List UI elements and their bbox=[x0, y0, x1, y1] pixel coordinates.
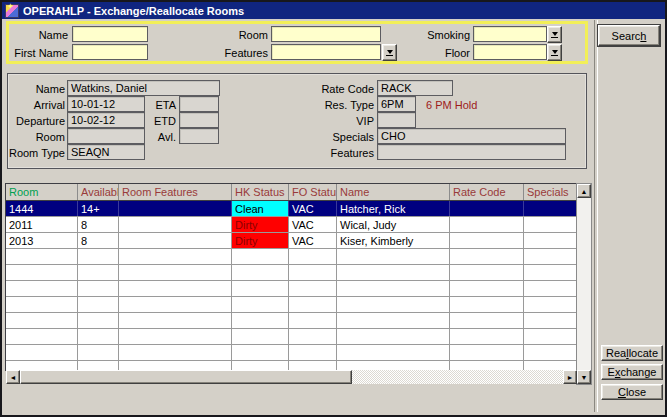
cell-empty bbox=[6, 361, 78, 370]
info-rate-code-label: Rate Code bbox=[300, 83, 374, 96]
column-header-hk_status[interactable]: HK Status bbox=[232, 184, 289, 200]
info-etd-value[interactable] bbox=[179, 112, 219, 128]
cell-empty bbox=[78, 313, 119, 328]
info-features-label: Features bbox=[300, 147, 374, 160]
info-eta-value[interactable] bbox=[179, 96, 219, 112]
cell-empty bbox=[232, 345, 289, 360]
info-departure-value[interactable] bbox=[67, 112, 145, 128]
column-header-room_features[interactable]: Room Features bbox=[119, 184, 232, 200]
dropdown-bar-icon bbox=[386, 55, 393, 56]
cell-empty bbox=[337, 297, 450, 312]
cell-empty bbox=[450, 297, 524, 312]
cell-empty bbox=[289, 313, 337, 328]
info-avl-label: Avl. bbox=[148, 131, 176, 144]
cell-empty bbox=[524, 281, 577, 296]
cell-room: 1444 bbox=[6, 201, 78, 216]
info-room-value[interactable] bbox=[67, 128, 145, 144]
cell-room: 2011 bbox=[6, 217, 78, 232]
cell-empty bbox=[6, 281, 78, 296]
res-type-hold-note: 6 PM Hold bbox=[426, 99, 477, 111]
rooms-table[interactable]: RoomAvailableRoom FeaturesHK StatusFO St… bbox=[6, 184, 577, 370]
column-header-specials[interactable]: Specials bbox=[524, 184, 577, 200]
cell-empty bbox=[78, 281, 119, 296]
info-name-value[interactable] bbox=[67, 80, 220, 96]
search-button[interactable]: Search bbox=[598, 25, 660, 46]
info-arrival-value[interactable] bbox=[67, 96, 145, 112]
cell-empty bbox=[119, 329, 232, 344]
cell-empty bbox=[524, 329, 577, 344]
info-avl-value[interactable] bbox=[179, 128, 219, 144]
scroll-right-button[interactable]: ► bbox=[563, 370, 577, 384]
cell-empty bbox=[232, 249, 289, 264]
info-specials-value[interactable] bbox=[377, 128, 566, 144]
info-room-label: Room bbox=[8, 131, 65, 144]
cell-empty bbox=[78, 249, 119, 264]
cell-room_features bbox=[119, 217, 232, 232]
info-features-value[interactable] bbox=[377, 144, 566, 160]
cell-empty bbox=[289, 345, 337, 360]
exchange-reallocate-rooms-window: OPERAHLP - Exchange/Reallocate Rooms Nam… bbox=[0, 0, 667, 417]
cell-empty bbox=[232, 297, 289, 312]
column-header-rate_code[interactable]: Rate Code bbox=[450, 184, 524, 200]
table-row-empty bbox=[6, 297, 577, 313]
smoking-dropdown-button[interactable] bbox=[547, 26, 562, 43]
search-name-input[interactable] bbox=[72, 26, 148, 42]
cell-rate_code bbox=[450, 217, 524, 232]
cell-empty bbox=[78, 297, 119, 312]
exchange-button[interactable]: Exchange bbox=[601, 364, 663, 380]
info-room-type-value[interactable] bbox=[67, 144, 145, 160]
column-header-name[interactable]: Name bbox=[337, 184, 450, 200]
floor-dropdown-button[interactable] bbox=[547, 44, 562, 61]
info-res-type-label: Res. Type bbox=[300, 99, 374, 112]
table-horizontal-scrollbar[interactable]: ◄ ► bbox=[6, 370, 577, 384]
table-vertical-scrollbar[interactable]: ▲ ▼ bbox=[577, 184, 591, 384]
cell-empty bbox=[524, 313, 577, 328]
scroll-left-button[interactable]: ◄ bbox=[6, 370, 20, 384]
info-rate-code-value[interactable] bbox=[377, 80, 453, 96]
search-first-name-label: First Name bbox=[8, 47, 68, 60]
reallocate-button[interactable]: Reallocate bbox=[601, 345, 663, 361]
search-room-input[interactable] bbox=[271, 26, 381, 42]
cell-empty bbox=[289, 297, 337, 312]
search-smoking-input[interactable] bbox=[473, 26, 547, 42]
cell-fo_status: VAC bbox=[289, 217, 337, 232]
close-button[interactable]: Close bbox=[601, 384, 663, 400]
column-header-fo_status[interactable]: FO Status bbox=[289, 184, 337, 200]
cell-hk_status: Dirty bbox=[232, 217, 289, 232]
column-header-room[interactable]: Room bbox=[6, 184, 78, 200]
right-panel-divider bbox=[594, 20, 598, 412]
scroll-up-button[interactable]: ▲ bbox=[577, 184, 591, 198]
cell-name: Wical, Judy bbox=[337, 217, 450, 232]
table-row-room-2011[interactable]: 20118DirtyVACWical, Judy bbox=[6, 217, 577, 233]
cell-hk_status: Dirty bbox=[232, 233, 289, 248]
scroll-down-button[interactable]: ▼ bbox=[577, 370, 591, 384]
info-res-type-value[interactable] bbox=[377, 96, 416, 112]
info-arrival-label: Arrival bbox=[8, 99, 65, 112]
chevron-down-icon bbox=[387, 50, 393, 54]
cell-empty bbox=[289, 361, 337, 370]
cell-empty bbox=[119, 361, 232, 370]
table-row-room-2013[interactable]: 20138DirtyVACKiser, Kimberly bbox=[6, 233, 577, 249]
info-vip-label: VIP bbox=[300, 115, 374, 128]
chevron-down-icon bbox=[552, 32, 558, 36]
search-first-name-input[interactable] bbox=[72, 44, 148, 60]
titlebar[interactable]: OPERAHLP - Exchange/Reallocate Rooms bbox=[2, 2, 665, 19]
cell-empty bbox=[524, 265, 577, 280]
horizontal-scroll-thumb[interactable] bbox=[20, 370, 352, 384]
table-row-room-1444[interactable]: 144414+CleanVACHatcher, Rick bbox=[6, 201, 577, 217]
cell-empty bbox=[6, 249, 78, 264]
cell-empty bbox=[289, 249, 337, 264]
cell-empty bbox=[450, 345, 524, 360]
chevron-down-icon bbox=[552, 50, 558, 54]
cell-hk_status: Clean bbox=[232, 201, 289, 216]
features-dropdown-button[interactable] bbox=[382, 44, 397, 61]
dropdown-bar-icon bbox=[551, 37, 558, 38]
search-floor-input[interactable] bbox=[473, 44, 547, 60]
info-vip-value[interactable] bbox=[377, 112, 416, 128]
info-specials-label: Specials bbox=[300, 131, 374, 144]
cell-available: 8 bbox=[78, 233, 119, 248]
search-features-input[interactable] bbox=[271, 44, 381, 60]
cell-empty bbox=[289, 265, 337, 280]
cell-empty bbox=[337, 329, 450, 344]
column-header-available[interactable]: Available bbox=[78, 184, 119, 200]
